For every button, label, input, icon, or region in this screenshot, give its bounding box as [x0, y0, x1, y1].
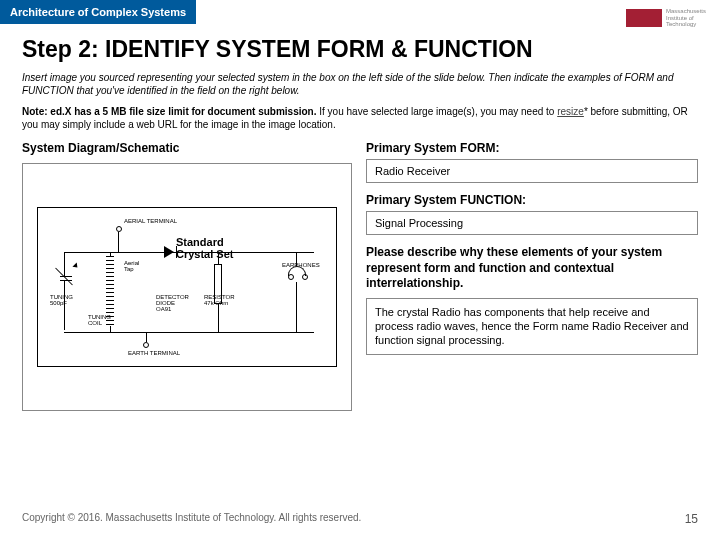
aerial-terminal-label: AERIAL TERMINAL — [124, 218, 177, 224]
tuning-coil-label: TUNING COIL — [88, 314, 111, 326]
footer: Copyright © 2016. Massachusetts Institut… — [22, 512, 698, 526]
diagram-container: Standard Crystal Set AERIAL TERMINAL Aer… — [22, 163, 352, 411]
earphones-label: EARPHONES — [282, 262, 320, 268]
wire — [146, 332, 147, 342]
wire — [64, 252, 314, 253]
schematic-title: Standard Crystal Set — [176, 236, 233, 260]
wire — [296, 282, 297, 332]
description-label: Please describe why these elements of yo… — [366, 245, 698, 292]
aerial-tap-label: Aerial Tap — [124, 260, 139, 272]
wire — [64, 332, 314, 333]
note-rest1: If you have selected large image(s), you… — [317, 106, 558, 117]
mit-logo: Massachusetts Institute of Technology — [626, 8, 706, 28]
detector-diode — [164, 246, 177, 258]
left-column: System Diagram/Schematic Standard Crysta… — [22, 141, 352, 411]
schematic: Standard Crystal Set AERIAL TERMINAL Aer… — [37, 207, 337, 367]
diagram-label: System Diagram/Schematic — [22, 141, 352, 155]
instructions-text: Insert image you sourced representing yo… — [22, 71, 698, 97]
function-label: Primary System FUNCTION: — [366, 193, 698, 207]
tuning-capacitor — [60, 276, 72, 281]
function-field[interactable]: Signal Processing — [366, 211, 698, 235]
resistor-label: RESISTOR 47k Ohm — [204, 294, 235, 306]
course-header: Architecture of Complex Systems — [0, 0, 196, 24]
earth-terminal-node — [143, 342, 149, 348]
page-title: Step 2: IDENTIFY SYSTEM FORM & FUNCTION — [22, 36, 698, 63]
wire — [218, 304, 219, 332]
wire — [110, 252, 111, 256]
aerial-terminal-node — [116, 226, 122, 232]
form-field[interactable]: Radio Receiver — [366, 159, 698, 183]
detector-label: DETECTOR DIODE OA91 — [156, 294, 189, 312]
description-field[interactable]: The crystal Radio has components that he… — [366, 298, 698, 355]
copyright-text: Copyright © 2016. Massachusetts Institut… — [22, 512, 361, 526]
earth-terminal-label: EARTH TERMINAL — [128, 350, 180, 356]
right-column: Primary System FORM: Radio Receiver Prim… — [366, 141, 698, 411]
slide-content: Step 2: IDENTIFY SYSTEM FORM & FUNCTION … — [0, 24, 720, 411]
note-bold: Note: ed.X has a 5 MB file size limit fo… — [22, 106, 317, 117]
tuning-label: TUNING 500pF — [50, 294, 73, 306]
mit-logo-mark — [626, 9, 662, 27]
wire — [118, 232, 119, 252]
page-number: 15 — [685, 512, 698, 526]
resize-link[interactable]: resize — [557, 106, 584, 117]
earphones — [288, 266, 308, 280]
note-text: Note: ed.X has a 5 MB file size limit fo… — [22, 105, 698, 131]
form-label: Primary System FORM: — [366, 141, 698, 155]
wire — [218, 252, 219, 264]
mit-logo-text: Massachusetts Institute of Technology — [666, 8, 706, 28]
